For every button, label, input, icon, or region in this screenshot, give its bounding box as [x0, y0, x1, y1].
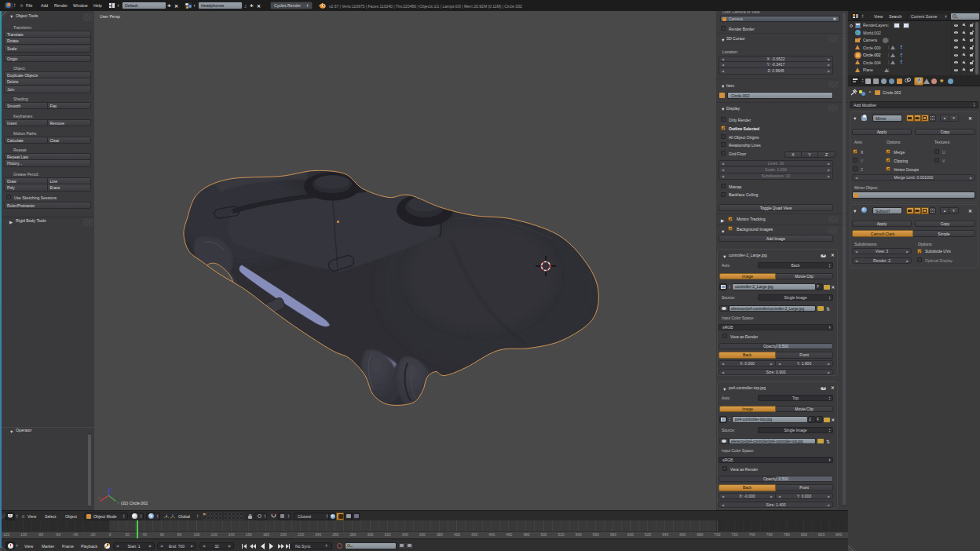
- svg-text:x: x: [98, 496, 101, 500]
- svg-text:y: y: [117, 501, 119, 505]
- svg-text:z: z: [110, 487, 112, 491]
